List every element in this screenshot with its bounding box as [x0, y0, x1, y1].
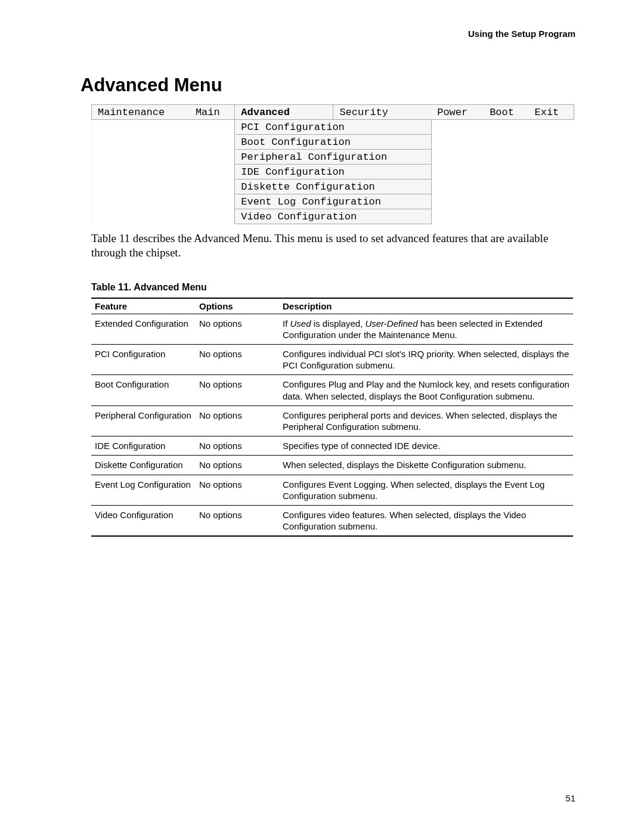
cell-description: Configures individual PCI slot's IRQ pri…	[279, 345, 573, 375]
section-title: Advanced Menu	[80, 75, 575, 96]
table-row: Extended Configuration No options If Use…	[91, 314, 573, 344]
cell-options: No options	[196, 475, 279, 505]
cell-feature: Video Configuration	[91, 505, 196, 536]
bios-tab-exit: Exit	[528, 105, 574, 120]
cell-description: When selected, displays the Diskette Con…	[279, 456, 573, 475]
bios-tab-security: Security	[333, 105, 431, 120]
cell-options: No options	[196, 314, 279, 344]
cell-description: If Used is displayed, User-Defined has b…	[279, 314, 573, 344]
table-row: Event Log Configuration No options Confi…	[91, 475, 573, 505]
cell-feature: Extended Configuration	[91, 314, 196, 344]
page-number: 51	[565, 793, 575, 803]
page: Using the Setup Program Advanced Menu Ma…	[0, 0, 644, 833]
bios-submenu-item: Diskette Configuration	[235, 179, 431, 194]
bios-tab-main: Main	[190, 105, 235, 120]
cell-options: No options	[196, 505, 279, 536]
table-row: PCI Configuration No options Configures …	[91, 345, 573, 375]
bios-tab-power: Power	[431, 105, 484, 120]
bios-tab-maintenance: Maintenance	[92, 105, 190, 120]
bios-tab-advanced: Advanced	[235, 105, 333, 120]
cell-feature: IDE Configuration	[91, 436, 196, 456]
col-header-options: Options	[196, 298, 279, 314]
table-row: Boot Configuration No options Configures…	[91, 375, 573, 405]
cell-options: No options	[196, 375, 279, 405]
cell-options: No options	[196, 456, 279, 475]
cell-feature: PCI Configuration	[91, 345, 196, 375]
table-row: Video Configuration No options Configure…	[91, 505, 573, 536]
bios-menu-diagram: Maintenance Main Advanced Security Power…	[91, 104, 574, 224]
table-header-row: Feature Options Description	[91, 298, 573, 314]
bios-submenu-item: Peripheral Configuration	[235, 150, 431, 165]
cell-feature: Diskette Configuration	[91, 456, 196, 475]
table-row: Peripheral Configuration No options Conf…	[91, 405, 573, 436]
cell-feature: Event Log Configuration	[91, 475, 196, 505]
bios-submenu-item: Video Configuration	[235, 209, 431, 224]
intro-paragraph: Table 11 describes the Advanced Menu. Th…	[91, 231, 575, 261]
cell-description: Configures Event Logging. When selected,…	[279, 475, 573, 505]
bios-submenu-item: Event Log Configuration	[235, 194, 431, 209]
table-row: IDE Configuration No options Specifies t…	[91, 436, 573, 456]
bios-submenu-item: Boot Configuration	[235, 135, 431, 150]
table-row: Diskette Configuration No options When s…	[91, 456, 573, 475]
cell-feature: Boot Configuration	[91, 375, 196, 405]
col-header-feature: Feature	[91, 298, 196, 314]
bios-tab-boot: Boot	[484, 105, 528, 120]
cell-options: No options	[196, 436, 279, 456]
cell-description: Configures peripheral ports and devices.…	[279, 405, 573, 436]
cell-options: No options	[196, 345, 279, 375]
col-header-description: Description	[279, 298, 573, 314]
cell-options: No options	[196, 405, 279, 436]
bios-submenu-item: IDE Configuration	[235, 165, 431, 179]
cell-feature: Peripheral Configuration	[91, 405, 196, 436]
cell-description: Configures Plug and Play and the Numlock…	[279, 375, 573, 405]
bios-tab-row: Maintenance Main Advanced Security Power…	[92, 105, 574, 120]
advanced-menu-table: Feature Options Description Extended Con…	[91, 298, 573, 537]
running-head: Using the Setup Program	[80, 29, 575, 39]
cell-description: Configures video features. When selected…	[279, 505, 573, 536]
cell-description: Specifies type of connected IDE device.	[279, 436, 573, 456]
bios-menu-table: Maintenance Main Advanced Security Power…	[91, 104, 574, 224]
table-caption: Table 11. Advanced Menu	[91, 282, 575, 293]
bios-submenu-item: PCI Configuration	[235, 120, 431, 135]
